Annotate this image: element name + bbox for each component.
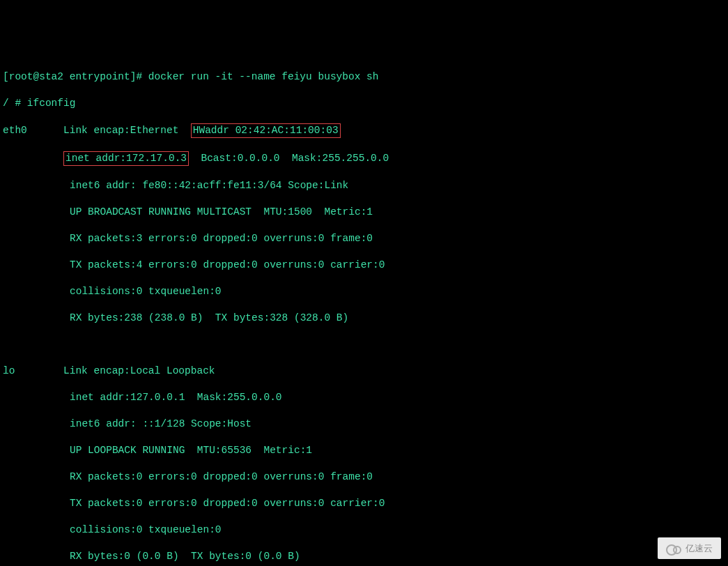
inet-addr-highlight: inet addr:172.17.0.3 — [63, 151, 189, 166]
ifconfig-eth0-line6: TX packets:4 errors:0 dropped:0 overruns… — [3, 259, 725, 272]
inet-rest: Bcast:0.0.0.0 Mask:255.255.0.0 — [189, 153, 389, 164]
blank-line — [3, 338, 725, 351]
ifconfig-eth0-line8: RX bytes:238 (238.0 B) TX bytes:328 (328… — [3, 312, 725, 325]
ifconfig-eth0-line3: inet6 addr: fe80::42:acff:fe11:3/64 Scop… — [3, 179, 725, 192]
shell-prompt-line: [root@sta2 entrypoint]# docker run -it -… — [3, 70, 725, 84]
ifconfig-eth0-line1: eth0 Link encap:Ethernet HWaddr 02:42:AC… — [3, 123, 725, 138]
command-line: / # ifconfig — [3, 97, 725, 110]
ifconfig-lo-line2: inet addr:127.0.0.1 Mask:255.0.0.0 — [3, 391, 725, 404]
terminal-output[interactable]: [root@sta2 entrypoint]# docker run -it -… — [3, 57, 725, 566]
ifconfig-eth0-line2: inet addr:172.17.0.3 Bcast:0.0.0.0 Mask:… — [3, 151, 725, 166]
ifconfig-eth0-line5: RX packets:3 errors:0 dropped:0 overruns… — [3, 232, 725, 245]
ifconfig-lo-line3: inet6 addr: ::1/128 Scope:Host — [3, 418, 725, 431]
ifconfig-lo-line4: UP LOOPBACK RUNNING MTU:65536 Metric:1 — [3, 444, 725, 457]
ifconfig-eth0-line7: collisions:0 txqueuelen:0 — [3, 285, 725, 298]
ifconfig-lo-line7: collisions:0 txqueuelen:0 — [3, 523, 725, 537]
watermark-text: 亿速云 — [686, 542, 713, 555]
cloud-logo-icon — [666, 543, 681, 554]
ifconfig-eth0-line4: UP BROADCAST RUNNING MULTICAST MTU:1500 … — [3, 206, 725, 219]
indent-space — [3, 153, 63, 164]
ifconfig-lo-line1: lo Link encap:Local Loopback — [3, 365, 725, 378]
watermark-badge: 亿速云 — [658, 537, 721, 559]
eth0-label: eth0 Link encap:Ethernet — [3, 125, 191, 136]
ifconfig-lo-line8: RX bytes:0 (0.0 B) TX bytes:0 (0.0 B) — [3, 550, 725, 563]
hwaddr-highlight: HWaddr 02:42:AC:11:00:03 — [191, 123, 341, 138]
ifconfig-lo-line6: TX packets:0 errors:0 dropped:0 overruns… — [3, 497, 725, 510]
ifconfig-lo-line5: RX packets:0 errors:0 dropped:0 overruns… — [3, 471, 725, 484]
